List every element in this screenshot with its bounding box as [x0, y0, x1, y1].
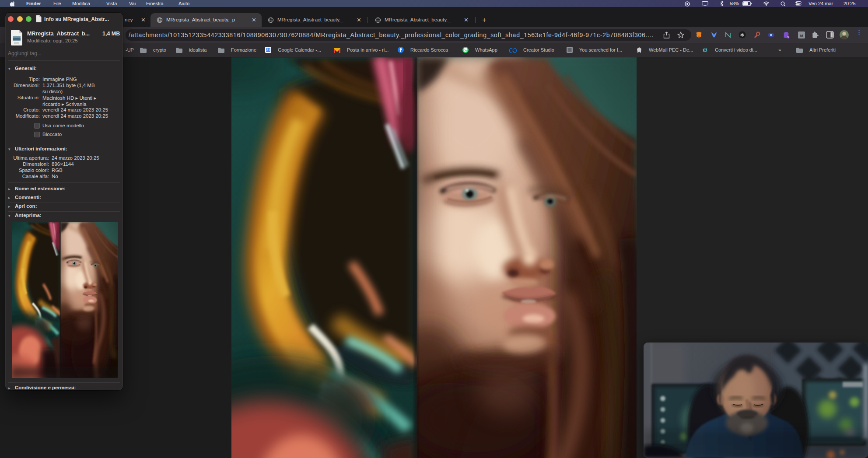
svg-text:M: M	[800, 34, 803, 38]
svg-text:31: 31	[266, 48, 270, 52]
svg-text:5: 5	[787, 35, 789, 38]
